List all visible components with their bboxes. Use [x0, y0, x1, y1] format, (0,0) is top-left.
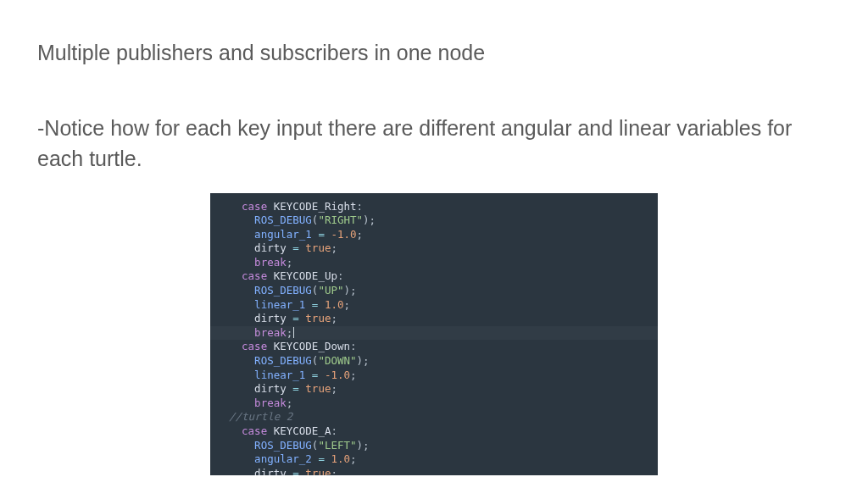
code-line: dirty = true;	[229, 382, 658, 396]
code-line: dirty = true;	[229, 467, 658, 475]
code-line: case KEYCODE_A:	[229, 424, 658, 439]
code-line: case KEYCODE_Up:	[229, 269, 658, 284]
code-line: //turtle 2	[229, 410, 658, 424]
code-line: ROS_DEBUG("LEFT");	[229, 439, 658, 453]
code-line: angular_1 = -1.0;	[229, 228, 658, 242]
code-line: linear_1 = -1.0;	[229, 369, 658, 383]
code-line: break;	[229, 326, 658, 341]
code-line: case KEYCODE_Right:	[229, 200, 658, 214]
code-line: linear_1 = 1.0;	[229, 298, 658, 313]
code-line: angular_2 = 1.0;	[229, 452, 658, 467]
code-line: dirty = true;	[229, 312, 658, 326]
code-line: ROS_DEBUG("RIGHT");	[229, 214, 658, 228]
page-title: Multiple publishers and subscribers in o…	[37, 41, 831, 65]
description-text: -Notice how for each key input there are…	[37, 113, 831, 175]
code-line: break;	[229, 396, 658, 411]
code-line: case KEYCODE_Down:	[229, 340, 658, 354]
slide: Multiple publishers and subscribers in o…	[0, 0, 868, 475]
code-line: dirty = true;	[229, 241, 658, 256]
code-block: case KEYCODE_Right: ROS_DEBUG("RIGHT"); …	[210, 193, 658, 475]
code-line: ROS_DEBUG("UP");	[229, 284, 658, 298]
code-container: case KEYCODE_Right: ROS_DEBUG("RIGHT"); …	[37, 193, 831, 475]
code-line: ROS_DEBUG("DOWN");	[229, 354, 658, 369]
code-line: break;	[229, 256, 658, 270]
